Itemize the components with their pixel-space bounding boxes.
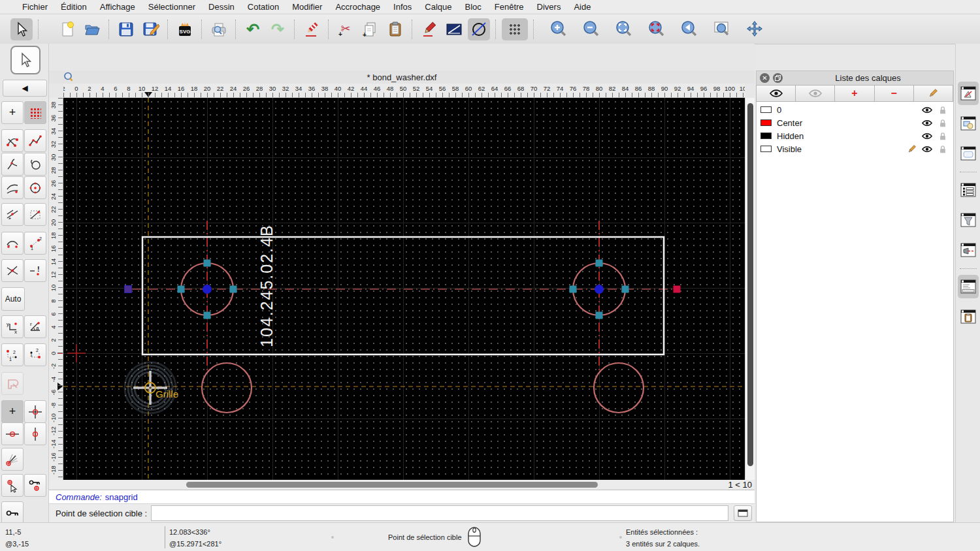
layer-row-0[interactable]: 0 xyxy=(757,103,953,116)
snap-corner-button[interactable] xyxy=(24,203,46,226)
bottom-circle-left[interactable] xyxy=(202,363,252,413)
unlock-relative-zero-button[interactable] xyxy=(1,501,24,524)
layer-row-hidden[interactable]: Hidden xyxy=(757,129,953,142)
zoom-previous-button[interactable] xyxy=(678,18,700,40)
snap-free-button[interactable]: + xyxy=(1,101,24,124)
horizontal-scrollbar[interactable]: 1 < 10 xyxy=(49,480,755,489)
show-all-layers-button[interactable] xyxy=(756,85,796,102)
zoom-auto-button[interactable] xyxy=(613,18,635,40)
entity-list-dock-button[interactable] xyxy=(958,178,979,202)
library-dock-button[interactable] xyxy=(958,142,979,165)
snap-on-entity-button[interactable] xyxy=(24,129,46,152)
center-handle-right[interactable] xyxy=(595,285,604,294)
export-svg-button[interactable]: SVG xyxy=(174,18,196,40)
pan-button[interactable] xyxy=(743,18,766,40)
layers-dock-button[interactable] xyxy=(958,82,979,105)
snap-intersection-manual-button[interactable]: ! xyxy=(24,259,46,282)
bottom-circle-right[interactable] xyxy=(594,363,644,413)
layer-visible-icon[interactable] xyxy=(922,146,932,153)
remove-layer-button[interactable]: − xyxy=(874,85,914,102)
layer-visible-icon[interactable] xyxy=(922,106,932,114)
draw-pen-button[interactable] xyxy=(418,18,440,40)
snap-nearest-button[interactable] xyxy=(1,153,24,176)
hide-all-layers-button[interactable] xyxy=(795,85,835,102)
copy-button[interactable]: + xyxy=(359,18,382,40)
plate-outline[interactable] xyxy=(142,237,664,354)
menu-selectionner[interactable]: Sélectionner xyxy=(142,0,202,14)
menu-calque[interactable]: Calque xyxy=(418,0,458,14)
delete-button[interactable] xyxy=(301,18,323,40)
menu-cotation[interactable]: Cotation xyxy=(241,0,286,14)
snap-grid-button[interactable] xyxy=(24,101,46,124)
command-dock-button[interactable] xyxy=(958,275,979,298)
layer-lock-icon[interactable] xyxy=(938,118,947,128)
menu-infos[interactable]: Infos xyxy=(387,0,418,14)
coordinate-polar-button[interactable]: ra xyxy=(24,315,46,338)
restrict-free-button[interactable]: + xyxy=(1,400,24,423)
layer-row-center[interactable]: Center xyxy=(757,116,953,129)
layer-row-visible[interactable]: Visible xyxy=(757,142,953,155)
menu-fichier[interactable]: Fichier xyxy=(16,0,54,14)
restrict-vertical-button[interactable] xyxy=(24,422,46,445)
menu-modifier[interactable]: Modifier xyxy=(286,0,329,14)
edit-layer-button[interactable] xyxy=(913,85,953,102)
menu-bloc[interactable]: Bloc xyxy=(458,0,487,14)
print-preview-button[interactable] xyxy=(208,18,230,40)
snap-intersection-button[interactable] xyxy=(1,259,24,282)
menu-aide[interactable]: Aide xyxy=(567,0,597,14)
vertical-scroll-thumb[interactable] xyxy=(747,103,753,466)
blocks-dock-button[interactable] xyxy=(958,112,979,135)
centerline-endpoint-handle-right[interactable] xyxy=(674,286,681,293)
snap-middle-button[interactable] xyxy=(1,203,24,226)
cut-button[interactable]: ✂+ xyxy=(335,18,357,40)
layer-lock-icon[interactable] xyxy=(938,131,947,141)
menu-divers[interactable]: Divers xyxy=(531,0,568,14)
float-panel-icon[interactable] xyxy=(773,73,783,83)
save-button[interactable] xyxy=(115,18,137,40)
snap-reference-button[interactable] xyxy=(24,153,46,176)
circle-tool-button[interactable] xyxy=(468,18,490,40)
layer-lock-icon[interactable] xyxy=(938,144,947,154)
restrict-horizontal-button[interactable] xyxy=(1,422,24,445)
pen-palette-dock-button[interactable] xyxy=(958,238,979,262)
select-tool-button[interactable] xyxy=(10,46,41,74)
grid-toggle-button[interactable] xyxy=(502,18,528,40)
point-order-1-button[interactable]: 12 xyxy=(1,343,24,366)
centerline-endpoint-handle-left[interactable] xyxy=(125,286,132,293)
clipboard-dock-button[interactable] xyxy=(958,305,979,328)
layer-visible-icon[interactable] xyxy=(922,133,932,140)
save-as-button[interactable] xyxy=(140,18,162,40)
coordinate-cartesian-button[interactable]: yx xyxy=(1,315,24,338)
command-window-toggle-button[interactable] xyxy=(734,505,752,521)
add-layer-button[interactable]: + xyxy=(834,85,874,102)
layer-lock-icon[interactable] xyxy=(938,105,947,115)
snap-angle-button[interactable] xyxy=(1,448,24,471)
snap-center-button[interactable] xyxy=(24,176,46,199)
lock-relative-zero-button[interactable] xyxy=(24,474,46,497)
menu-edition[interactable]: Édition xyxy=(54,0,93,14)
filter-dock-button[interactable] xyxy=(958,208,979,232)
snap-tangent-button[interactable] xyxy=(1,176,24,199)
redo-button[interactable]: ↷ xyxy=(267,18,289,40)
snap-auto-mode-button[interactable]: Auto xyxy=(1,287,25,311)
menu-affichage[interactable]: Affichage xyxy=(93,0,142,14)
horizontal-scroll-thumb[interactable] xyxy=(186,482,598,488)
snap-endpoints-button[interactable] xyxy=(1,129,24,152)
paste-button[interactable] xyxy=(384,18,406,40)
vertical-scrollbar[interactable] xyxy=(745,98,755,480)
snap-distance-button[interactable]: 12 xyxy=(24,232,46,255)
drawing-canvas[interactable]: 104.245.02.4B Grille xyxy=(63,98,745,480)
select-arrow-button[interactable] xyxy=(10,18,33,40)
zoom-out-button[interactable] xyxy=(580,18,602,40)
menu-fenetre[interactable]: Fenêtre xyxy=(488,0,531,14)
zoom-window-button[interactable] xyxy=(711,18,733,40)
pick-relative-zero-button[interactable] xyxy=(1,474,24,497)
snap-auto-button[interactable] xyxy=(1,232,24,255)
menu-accrochage[interactable]: Accrochage xyxy=(329,0,387,14)
command-input[interactable] xyxy=(151,505,728,521)
zoom-selected-button[interactable] xyxy=(645,18,668,40)
center-handle-left[interactable] xyxy=(203,285,212,294)
back-button[interactable]: ◀ xyxy=(3,80,47,97)
new-document-button[interactable] xyxy=(56,18,78,40)
set-relative-zero-button[interactable] xyxy=(24,400,46,423)
